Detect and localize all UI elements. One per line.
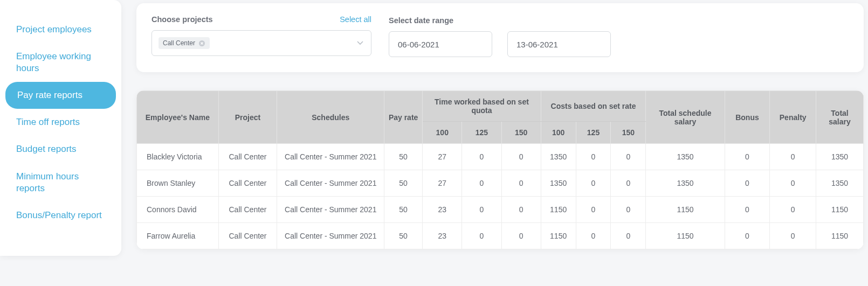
sidebar-item-0[interactable]: Project employees <box>0 16 121 43</box>
pay-rate-table: Employee's Name Project Schedules Pay ra… <box>136 90 864 249</box>
th-time-worked-group: Time worked based on set quota <box>423 91 541 122</box>
cell-name: Blackley Victoria <box>137 144 219 170</box>
th-c150: 150 <box>611 122 646 144</box>
cell-c125: 0 <box>576 170 611 197</box>
report-table-card: Employee's Name Project Schedules Pay ra… <box>136 90 864 249</box>
cell-t100: 23 <box>423 197 462 223</box>
date-to-input[interactable] <box>507 31 611 57</box>
th-total-salary: Total salary <box>816 91 864 144</box>
cell-total: 1350 <box>816 170 864 197</box>
date-from-input[interactable] <box>389 31 492 57</box>
cell-c100: 1350 <box>541 170 576 197</box>
project-filter-group: Choose projects Select all Call Center <box>151 15 371 57</box>
cell-project: Call Center <box>218 170 277 197</box>
cell-c125: 0 <box>576 197 611 223</box>
cell-t125: 0 <box>462 197 501 223</box>
th-penalty: Penalty <box>770 91 816 144</box>
th-c125: 125 <box>576 122 611 144</box>
th-t125: 125 <box>462 122 501 144</box>
project-tag-label: Call Center <box>163 39 195 47</box>
date-range-label: Select date range <box>389 15 611 25</box>
cell-t100: 27 <box>423 170 462 197</box>
table-row: Brown StanleyCall CenterCall Center - Su… <box>137 170 864 197</box>
cell-bonus: 0 <box>725 144 770 170</box>
remove-tag-icon[interactable] <box>198 40 205 47</box>
table-row: Connors DavidCall CenterCall Center - Su… <box>137 197 864 223</box>
choose-projects-label: Choose projects <box>151 15 213 24</box>
cell-rate: 50 <box>384 197 423 223</box>
cell-c150: 0 <box>611 197 646 223</box>
sidebar-item-1[interactable]: Employee working hours <box>0 43 121 82</box>
cell-schedules: Call Center - Summer 2021 <box>277 170 384 197</box>
cell-t125: 0 <box>462 223 501 249</box>
cell-c100: 1150 <box>541 197 576 223</box>
table-row: Farrow AureliaCall CenterCall Center - S… <box>137 223 864 249</box>
select-all-link[interactable]: Select all <box>340 15 371 24</box>
cell-rate: 50 <box>384 170 423 197</box>
th-schedules: Schedules <box>277 91 384 144</box>
cell-t125: 0 <box>462 170 501 197</box>
date-filter-group: Select date range <box>389 15 611 57</box>
sidebar-item-4[interactable]: Budget reports <box>0 136 121 163</box>
cell-penalty: 0 <box>770 144 816 170</box>
cell-project: Call Center <box>218 197 277 223</box>
cell-total: 1150 <box>816 197 864 223</box>
th-pay-rate: Pay rate <box>384 91 423 144</box>
cell-t150: 0 <box>501 223 541 249</box>
th-costs-group: Costs based on set rate <box>541 91 646 122</box>
filters-card: Choose projects Select all Call Center S… <box>136 3 864 72</box>
cell-t150: 0 <box>501 170 541 197</box>
cell-c150: 0 <box>611 170 646 197</box>
cell-penalty: 0 <box>770 170 816 197</box>
cell-t150: 0 <box>501 197 541 223</box>
th-name: Employee's Name <box>137 91 219 144</box>
cell-c125: 0 <box>576 223 611 249</box>
cell-name: Farrow Aurelia <box>137 223 219 249</box>
cell-rate: 50 <box>384 223 423 249</box>
th-c100: 100 <box>541 122 576 144</box>
cell-schedules: Call Center - Summer 2021 <box>277 223 384 249</box>
th-t100: 100 <box>423 122 462 144</box>
th-total-schedule: Total schedule salary <box>646 91 725 144</box>
chevron-down-icon <box>357 39 363 47</box>
cell-project: Call Center <box>218 144 277 170</box>
cell-total-sched: 1150 <box>646 197 725 223</box>
cell-penalty: 0 <box>770 223 816 249</box>
th-project: Project <box>218 91 277 144</box>
sidebar: Project employeesEmployee working hoursP… <box>0 0 121 256</box>
cell-name: Connors David <box>137 197 219 223</box>
cell-c100: 1150 <box>541 223 576 249</box>
cell-c150: 0 <box>611 144 646 170</box>
sidebar-item-2[interactable]: Pay rate reports <box>5 82 116 109</box>
table-row: Blackley VictoriaCall CenterCall Center … <box>137 144 864 170</box>
sidebar-item-3[interactable]: Time off reports <box>0 109 121 136</box>
cell-total-sched: 1150 <box>646 223 725 249</box>
main-content: Choose projects Select all Call Center S… <box>136 0 868 286</box>
cell-t100: 23 <box>423 223 462 249</box>
cell-c125: 0 <box>576 144 611 170</box>
cell-project: Call Center <box>218 223 277 249</box>
cell-penalty: 0 <box>770 197 816 223</box>
cell-bonus: 0 <box>725 170 770 197</box>
cell-total: 1350 <box>816 144 864 170</box>
cell-total-sched: 1350 <box>646 144 725 170</box>
sidebar-item-6[interactable]: Bonus/Penalty report <box>0 202 121 229</box>
project-tag: Call Center <box>159 37 210 49</box>
sidebar-item-5[interactable]: Minimum hours reports <box>0 163 121 202</box>
cell-total: 1150 <box>816 223 864 249</box>
cell-c150: 0 <box>611 223 646 249</box>
cell-total-sched: 1350 <box>646 170 725 197</box>
cell-c100: 1350 <box>541 144 576 170</box>
cell-schedules: Call Center - Summer 2021 <box>277 197 384 223</box>
cell-bonus: 0 <box>725 197 770 223</box>
cell-schedules: Call Center - Summer 2021 <box>277 144 384 170</box>
project-select[interactable]: Call Center <box>151 30 371 56</box>
cell-t150: 0 <box>501 144 541 170</box>
cell-name: Brown Stanley <box>137 170 219 197</box>
th-t150: 150 <box>501 122 541 144</box>
th-bonus: Bonus <box>725 91 770 144</box>
cell-t125: 0 <box>462 144 501 170</box>
cell-bonus: 0 <box>725 223 770 249</box>
cell-rate: 50 <box>384 144 423 170</box>
cell-t100: 27 <box>423 144 462 170</box>
